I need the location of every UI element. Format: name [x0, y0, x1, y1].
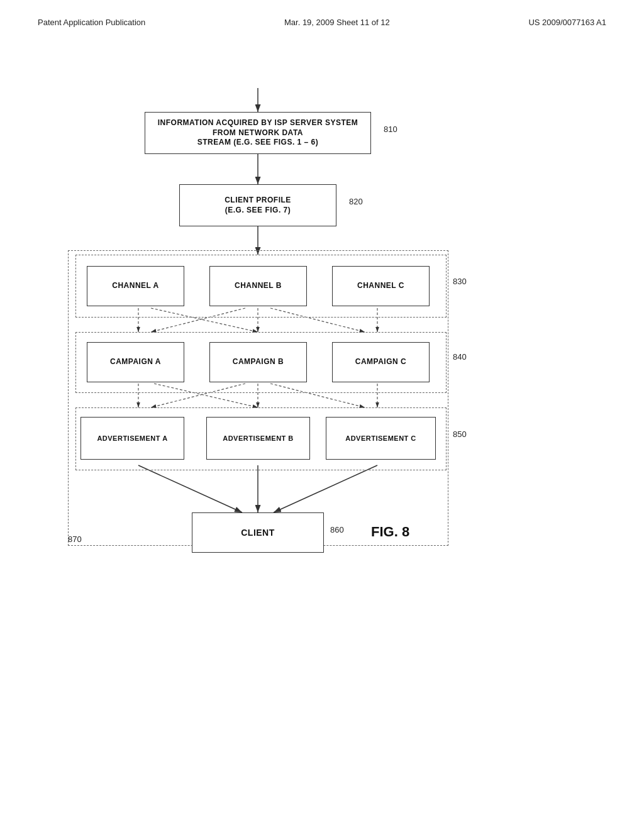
box-810: INFORMATION ACQUIRED BY ISP SERVER SYSTE…: [145, 112, 371, 154]
ref-810: 810: [384, 124, 397, 134]
header: Patent Application Publication Mar. 19, …: [0, 0, 644, 27]
box-820-text: CLIENT PROFILE (E.G. SEE FIG. 7): [225, 196, 291, 215]
box-client: CLIENT: [192, 512, 324, 553]
header-center: Mar. 19, 2009 Sheet 11 of 12: [284, 18, 390, 27]
ref-830: 830: [453, 277, 467, 286]
box-810-text: INFORMATION ACQUIRED BY ISP SERVER SYSTE…: [145, 118, 370, 148]
ref-850: 850: [453, 429, 467, 439]
ref-820: 820: [349, 197, 363, 206]
fig-label: FIG. 8: [371, 524, 409, 540]
diagram-container: INFORMATION ACQUIRED BY ISP SERVER SYSTE…: [63, 82, 579, 742]
ref-840: 840: [453, 352, 467, 362]
header-right: US 2009/0077163 A1: [528, 18, 606, 27]
region-870: [68, 250, 448, 546]
ref-860: 860: [330, 525, 344, 534]
page: Patent Application Publication Mar. 19, …: [0, 0, 644, 830]
box-820: CLIENT PROFILE (E.G. SEE FIG. 7): [179, 184, 336, 226]
header-left: Patent Application Publication: [38, 18, 145, 27]
ref-870: 870: [68, 534, 82, 544]
